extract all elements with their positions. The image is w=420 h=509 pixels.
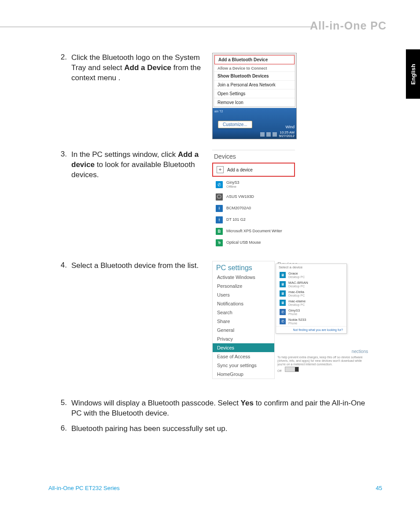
sidebar-item[interactable]: Share	[213, 317, 274, 326]
device-icon: ✆	[216, 181, 223, 188]
add-device-row[interactable]: + Add a device	[212, 163, 295, 177]
step-5: 5. Windows will display a Bluetooth pass…	[52, 398, 387, 419]
sidebar-item[interactable]: Ease of Access	[213, 352, 274, 361]
step-6: 6. Bluetooth pairing has been successful…	[52, 424, 387, 434]
picker-device-row[interactable]: ✆GinyS3Phone	[276, 308, 346, 317]
step-text: In the PC settings window, click Add a d…	[71, 150, 203, 180]
content-area: 2. Click the Bluetooth logo on the Syste…	[52, 53, 387, 439]
device-row[interactable]: ᚼBCM20702A0	[212, 203, 295, 214]
step-4: 4. Select a Bluetooth device from the li…	[52, 261, 387, 379]
device-picker-popup: Select a device 🖥GraceDesktop PC🖥MAC-BRI…	[276, 264, 347, 334]
figure-bluetooth-context-menu: Add a Bluetooth Device Allow a Device to…	[212, 53, 297, 139]
device-sublabel: Phone	[288, 312, 300, 316]
device-icon: 🗎	[216, 228, 223, 235]
step-number: 3.	[52, 150, 71, 249]
step-number: 2.	[52, 53, 71, 139]
device-icon: ᚼ	[216, 216, 223, 223]
picker-device-row[interactable]: 🖥mac-elaineDesktop PC	[276, 298, 346, 308]
metered-off-label: Off	[277, 369, 281, 372]
sidebar-item[interactable]: Sync your settings	[213, 361, 274, 370]
page-footer: All-in-One PC ET232 Series 45	[48, 485, 382, 491]
sidebar-item[interactable]: Personalize	[213, 282, 274, 290]
system-tray-area: ain T2 Customize... Wind 10:25 AM 9/27/2…	[213, 108, 296, 139]
context-menu: Add a Bluetooth Device Allow a Device to…	[214, 54, 295, 107]
product-title: All-in-One PC	[310, 19, 387, 32]
add-device-label: Add a device	[227, 167, 253, 172]
device-row[interactable]: 🖵ASUS VW193D	[212, 191, 295, 203]
sidebar-item[interactable]: Search	[213, 308, 274, 317]
step-number: 4.	[52, 261, 71, 379]
sidebar-item[interactable]: Activate Windows	[213, 273, 274, 282]
customize-button[interactable]: Customize...	[218, 121, 252, 128]
device-sublabel: Phone	[288, 322, 306, 325]
device-label: DT 101 G2	[226, 218, 246, 222]
device-icon: 🖥	[280, 300, 286, 306]
sidebar-item[interactable]: Notifications	[213, 299, 274, 308]
device-row[interactable]: 🖰Optical USB Mouse	[212, 237, 295, 249]
device-label: ASUS VW193D	[226, 195, 254, 199]
device-icon: 🖥	[280, 281, 286, 287]
step-text: Windows will display a Bluetooth passcod…	[71, 398, 371, 419]
device-label: Microsoft XPS Document Writer	[226, 229, 282, 234]
device-row[interactable]: ᚼDT 101 G2	[212, 214, 295, 226]
background-text: Wind	[285, 125, 295, 129]
device-icon: ᚼ	[216, 205, 223, 212]
device-sublabel: Offline	[226, 185, 239, 189]
device-row[interactable]: 🗎Microsoft XPS Document Writer	[212, 226, 295, 237]
device-sublabel: Desktop PC	[288, 285, 308, 288]
sidebar-item[interactable]: Devices	[213, 343, 274, 352]
menu-item-open-settings[interactable]: Open Settings	[214, 89, 295, 98]
menu-item-allow-device: Allow a Device to Connect	[214, 65, 295, 71]
tray-label: ain T2	[214, 110, 223, 113]
device-icon: 🖵	[216, 193, 223, 201]
sidebar-item[interactable]: Users	[213, 290, 274, 299]
device-label: mac-DeliaDesktop PC	[288, 290, 305, 297]
footer-page-number: 45	[376, 485, 382, 491]
header-rule	[0, 26, 317, 27]
obscured-text: nections	[352, 349, 368, 354]
step-text: Select a Bluetooth device from the list.	[71, 261, 203, 271]
menu-item-show-devices[interactable]: Show Bluetooth Devices	[214, 71, 295, 80]
tray-icon[interactable]	[273, 132, 277, 137]
step-text: Click the Bluetooth logo on the System T…	[71, 53, 203, 83]
device-label: Nokia 5233Phone	[288, 318, 306, 325]
pc-settings-right-panel: Devices Select a device 🖥GraceDesktop PC…	[277, 261, 365, 379]
taskbar-clock: 10:25 AM 9/27/2012	[279, 131, 295, 138]
taskbar: 10:25 AM 9/27/2012	[213, 130, 296, 139]
sidebar-item[interactable]: Privacy	[213, 334, 274, 343]
pc-settings-title: PC settings	[213, 261, 274, 273]
language-tab: English	[406, 49, 420, 99]
popup-footer-link[interactable]: Not finding what you are looking for?	[276, 326, 346, 333]
device-label: MAC-BRIANDesktop PC	[288, 281, 308, 288]
picker-device-row[interactable]: 🖥MAC-BRIANDesktop PC	[276, 280, 346, 289]
picker-device-row[interactable]: 🖥mac-DeliaDesktop PC	[276, 289, 346, 298]
device-icon: 🖰	[216, 239, 223, 246]
device-label: BCM20702A0	[226, 206, 251, 211]
footer-series: All-in-One PC ET232 Series	[48, 485, 120, 491]
device-icon: 🖥	[280, 290, 286, 297]
step-number: 6.	[52, 424, 71, 434]
picker-device-row[interactable]: 🖥GraceDesktop PC	[276, 271, 346, 280]
menu-item-add-bluetooth-device[interactable]: Add a Bluetooth Device	[215, 56, 294, 64]
sidebar-item[interactable]: General	[213, 326, 274, 334]
device-sublabel: Desktop PC	[288, 303, 306, 306]
figure-pc-settings: PC settings Activate WindowsPersonalizeU…	[212, 261, 366, 379]
menu-item-join-pan[interactable]: Join a Personal Area Network	[214, 80, 295, 89]
device-icon: 🖥	[280, 272, 286, 278]
metered-description: To help prevent extra charges, keep this…	[277, 356, 365, 373]
sidebar-item[interactable]: HomeGroup	[213, 370, 274, 379]
menu-item-remove-icon[interactable]: Remove Icon	[214, 98, 295, 107]
tray-icon[interactable]	[266, 132, 271, 137]
metered-toggle[interactable]	[285, 367, 299, 372]
device-icon: ✆	[280, 318, 286, 324]
figure-devices-list: Devices + Add a device ✆GinyS3Offline🖵AS…	[212, 150, 295, 249]
device-sublabel: Desktop PC	[288, 275, 305, 279]
device-label: GraceDesktop PC	[288, 272, 305, 279]
device-label: mac-elaineDesktop PC	[288, 300, 306, 306]
tray-icon[interactable]	[260, 132, 265, 137]
device-sublabel: Desktop PC	[288, 294, 305, 297]
device-label: GinyS3Phone	[288, 309, 300, 316]
device-row[interactable]: ✆GinyS3Offline	[212, 178, 295, 191]
step-number: 5.	[52, 398, 71, 419]
picker-device-row[interactable]: ✆Nokia 5233Phone	[276, 317, 346, 326]
